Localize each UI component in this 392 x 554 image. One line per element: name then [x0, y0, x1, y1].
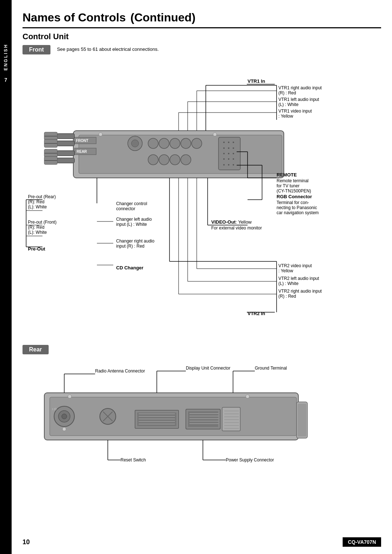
svg-point-134	[246, 395, 249, 398]
svg-text:VTR2 In: VTR2 In	[248, 311, 265, 316]
svg-text:input (R) : Red: input (R) : Red	[116, 244, 144, 249]
svg-point-27	[170, 155, 180, 165]
model-badge: CQ-VA707N	[343, 537, 381, 547]
svg-text:(L) : White: (L) : White	[278, 102, 299, 107]
svg-point-41	[233, 158, 234, 160]
svg-text:Display Unit Connector: Display Unit Connector	[186, 366, 230, 371]
svg-text:: Yellow: : Yellow	[278, 114, 293, 119]
svg-point-46	[213, 133, 217, 136]
svg-point-40	[228, 158, 229, 160]
svg-rect-1	[79, 135, 282, 174]
svg-text:For external video monitor: For external video monitor	[211, 225, 262, 231]
svg-text:FRONT: FRONT	[76, 139, 88, 143]
svg-text:(R) : Red: (R) : Red	[278, 90, 296, 95]
svg-text:I  O: I O	[52, 407, 57, 411]
svg-text:REMOTE: REMOTE	[277, 172, 297, 178]
svg-rect-12	[57, 151, 74, 156]
svg-text:Changer control: Changer control	[116, 201, 147, 206]
svg-point-44	[233, 164, 234, 166]
sidebar-number: 7	[4, 77, 7, 83]
svg-text:REAR: REAR	[77, 150, 87, 154]
sidebar-letters: ENGLISH	[3, 44, 8, 70]
svg-point-138	[62, 427, 66, 431]
svg-text:VTR1 In: VTR1 In	[248, 78, 265, 84]
svg-text:(CY-TN1500PEN): (CY-TN1500PEN)	[277, 188, 311, 194]
svg-text:input (L) : White: input (L) : White	[116, 222, 147, 227]
rear-section: Rear I O	[23, 345, 381, 480]
svg-point-42	[223, 164, 225, 166]
svg-text:for TV tuner: for TV tuner	[277, 183, 299, 188]
section-heading: Control Unit	[23, 32, 381, 41]
svg-text:(R): Red: (R): Red	[28, 225, 44, 230]
svg-point-26	[159, 155, 169, 165]
svg-point-22	[170, 138, 180, 148]
svg-point-33	[223, 147, 225, 149]
svg-rect-156	[298, 404, 306, 436]
svg-text:VTR2 right audio input: VTR2 right audio input	[278, 289, 322, 294]
svg-text:car navigation system: car navigation system	[277, 210, 319, 215]
svg-text:connector: connector	[116, 206, 135, 211]
footer: 10 CQ-VA707N	[12, 537, 392, 547]
svg-text:(R): Red: (R): Red	[28, 199, 44, 204]
svg-point-38	[233, 153, 234, 154]
front-diagram: FRONT REAR	[23, 58, 378, 341]
svg-point-30	[223, 142, 225, 143]
svg-text:Pre-out (Rear): Pre-out (Rear)	[28, 194, 56, 199]
svg-point-133	[68, 395, 72, 398]
svg-text:VTR1 video input: VTR1 video input	[278, 109, 312, 114]
svg-point-28	[181, 155, 191, 165]
page-title: Names of Controls (Continued)	[23, 0, 381, 28]
svg-text:Remote terminal: Remote terminal	[277, 178, 309, 183]
rear-diagram: I O	[23, 357, 378, 480]
title-text: Names of Controls	[23, 11, 126, 24]
svg-text:(L):  White: (L): White	[28, 204, 47, 209]
title-continued: (Continued)	[130, 11, 196, 24]
svg-text:VIDEO-Out: Yellow: VIDEO-Out: Yellow	[211, 219, 252, 225]
svg-text:Pre-Out: Pre-Out	[28, 246, 45, 252]
svg-text:Pre-out (Front): Pre-out (Front)	[28, 220, 57, 225]
svg-text:(L) : White: (L) : White	[278, 281, 299, 286]
svg-rect-9	[57, 141, 74, 146]
svg-text:(L):  White: (L): White	[28, 230, 47, 235]
svg-text:Reset Switch: Reset Switch	[121, 457, 146, 463]
svg-text:Ground Terminal: Ground Terminal	[255, 366, 287, 371]
svg-text:VTR1 left audio input: VTR1 left audio input	[278, 97, 319, 102]
svg-text:Power Supply Connector: Power Supply Connector	[226, 457, 274, 463]
svg-point-36	[223, 153, 225, 154]
svg-text:Terminal for con-: Terminal for con-	[277, 200, 309, 205]
svg-text:Changer right audio: Changer right audio	[116, 239, 155, 244]
svg-point-19	[131, 140, 139, 147]
svg-text:Radio Antenna Connector: Radio Antenna Connector	[95, 368, 145, 374]
svg-point-45	[99, 133, 102, 136]
svg-text:(R) : Red: (R) : Red	[278, 294, 296, 299]
svg-point-23	[181, 138, 191, 148]
svg-text:: Yellow: : Yellow	[278, 268, 293, 273]
sidebar: ENGLISH 7	[0, 0, 12, 554]
page-number: 10	[23, 538, 30, 546]
svg-text:RGB Connector: RGB Connector	[277, 194, 312, 199]
svg-point-21	[159, 138, 169, 148]
front-description: See pages 55 to 61 about electrical conn…	[57, 46, 159, 52]
front-badge: Front	[23, 45, 50, 54]
svg-point-39	[223, 158, 225, 160]
svg-point-32	[233, 142, 234, 143]
svg-point-25	[148, 155, 158, 165]
svg-point-43	[228, 164, 229, 166]
svg-rect-6	[57, 134, 74, 139]
svg-point-31	[228, 142, 229, 143]
svg-text:Changer left audio: Changer left audio	[116, 217, 152, 222]
svg-text:CD Changer: CD Changer	[116, 265, 143, 270]
svg-point-35	[233, 147, 234, 149]
svg-point-137	[62, 414, 67, 419]
svg-point-37	[228, 153, 229, 154]
svg-point-20	[148, 138, 158, 148]
front-row: Front See pages 55 to 61 about electrica…	[23, 45, 381, 57]
svg-point-24	[192, 138, 202, 148]
rear-badge: Rear	[23, 345, 49, 354]
svg-text:VTR2 left audio input: VTR2 left audio input	[278, 276, 319, 281]
svg-text:VTR1 right audio input: VTR1 right audio input	[278, 85, 322, 90]
svg-point-34	[228, 147, 229, 149]
svg-text:necting to Panasonic: necting to Panasonic	[277, 205, 317, 210]
svg-text:VTR2 video input: VTR2 video input	[278, 263, 312, 268]
svg-rect-15	[57, 158, 74, 163]
